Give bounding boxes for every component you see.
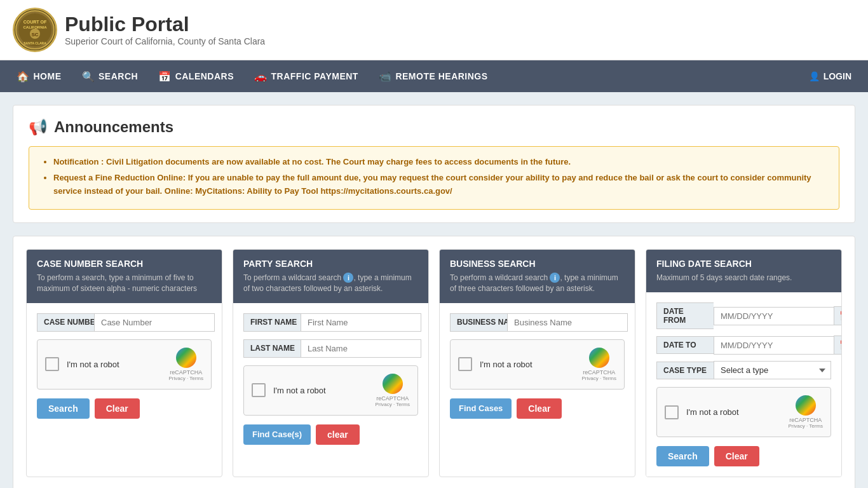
nav-home-label: HOME	[34, 71, 62, 81]
business-title: BUSINESS SEARCH	[450, 259, 625, 269]
case-number-input[interactable]	[94, 313, 215, 332]
search-sections: CASE NUMBER SEARCH To perform a search, …	[13, 236, 855, 488]
nav-traffic-label: TRAFFIC PAYMENT	[271, 71, 358, 81]
business-recaptcha: I'm not a robot reCAPTCHA Privacy · Term…	[450, 339, 625, 390]
recaptcha-icon-2	[383, 374, 403, 394]
main-nav: 🏠 HOME 🔍 SEARCH 📅 CALENDARS 🚗 TRAFFIC PA…	[0, 60, 868, 92]
business-clear-button[interactable]: Clear	[517, 398, 562, 419]
person-icon: 👤	[809, 71, 820, 81]
case-number-header: CASE NUMBER SEARCH To perform a search, …	[27, 250, 222, 303]
video-icon: 📹	[379, 71, 392, 83]
party-body: FIRST NAME LAST NAME I'm not a robot reC…	[233, 303, 428, 455]
first-name-input[interactable]	[301, 313, 421, 332]
business-body: BUSINESS NAME I'm not a robot reCAPTCHA …	[440, 303, 635, 429]
last-name-label: LAST NAME	[243, 339, 301, 358]
last-name-input[interactable]	[301, 339, 421, 358]
recaptcha-checkbox-3[interactable]	[458, 357, 472, 371]
case-type-label: CASE TYPE	[656, 362, 714, 379]
filing-date-recaptcha: I'm not a robot reCAPTCHA Privacy · Term…	[656, 387, 831, 437]
date-to-input[interactable]	[714, 336, 834, 355]
business-desc: To perform a wildcard search i, type a m…	[450, 273, 625, 294]
header: COURT OF CALIFORNIA SC SANTA CLARA Publi…	[0, 0, 868, 60]
recaptcha-icon-4	[796, 395, 816, 416]
case-number-title: CASE NUMBER SEARCH	[37, 259, 212, 269]
svg-text:SANTA CLARA: SANTA CLARA	[24, 41, 46, 45]
date-from-label: DATE FROM	[656, 302, 714, 329]
date-from-input[interactable]	[714, 307, 834, 325]
case-number-search-button[interactable]: Search	[37, 398, 90, 419]
first-name-input-row: FIRST NAME	[243, 313, 418, 332]
login-label: LOGIN	[824, 71, 851, 81]
recaptcha-logo-2: reCAPTCHA Privacy · Terms	[375, 374, 410, 407]
recaptcha-logo-3: reCAPTCHA Privacy · Terms	[581, 348, 616, 381]
announcement-item-1: Notification : Civil Litigation document…	[53, 156, 827, 169]
nav-calendars[interactable]: 📅 CALENDARS	[148, 60, 244, 92]
filing-date-title: FILING DATE SEARCH	[656, 259, 831, 269]
business-search-card: BUSINESS SEARCH To perform a wildcard se…	[439, 249, 635, 477]
announcements-list: Notification : Civil Litigation document…	[41, 156, 827, 198]
party-info-icon[interactable]: i	[343, 273, 353, 283]
court-logo: COURT OF CALIFORNIA SC SANTA CLARA	[13, 8, 57, 52]
first-name-label: FIRST NAME	[243, 313, 301, 332]
filing-date-clear-button[interactable]: Clear	[714, 446, 759, 466]
recaptcha-checkbox-1[interactable]	[45, 357, 59, 371]
filing-date-header: FILING DATE SEARCH Maximum of 5 days sea…	[646, 250, 841, 292]
main-content: 📢 Announcements Notification : Civil Lit…	[0, 92, 868, 488]
filing-date-search-button[interactable]: Search	[656, 446, 709, 466]
nav-login[interactable]: 👤 LOGIN	[799, 60, 862, 92]
date-to-row: DATE TO 📅	[656, 336, 831, 355]
recaptcha-text-1: I'm not a robot	[67, 360, 161, 369]
nav-traffic[interactable]: 🚗 TRAFFIC PAYMENT	[244, 60, 369, 92]
party-find-button[interactable]: Find Case(s)	[243, 424, 311, 445]
case-number-btn-row: Search Clear	[37, 398, 212, 419]
announcements-card: 📢 Announcements Notification : Civil Lit…	[13, 105, 855, 223]
business-name-input[interactable]	[507, 313, 628, 332]
business-find-button[interactable]: Find Cases	[450, 398, 512, 419]
recaptcha-text-3: I'm not a robot	[480, 360, 574, 369]
megaphone-icon: 📢	[29, 118, 48, 136]
date-to-calendar-button[interactable]: 📅	[834, 336, 842, 355]
logo-area: COURT OF CALIFORNIA SC SANTA CLARA Publi…	[13, 8, 265, 52]
nav-search[interactable]: 🔍 SEARCH	[72, 60, 149, 92]
date-from-calendar-button[interactable]: 📅	[834, 306, 842, 325]
calendar-icon: 📅	[158, 71, 172, 83]
recaptcha-checkbox-2[interactable]	[252, 383, 266, 397]
case-type-select[interactable]: Select a type	[714, 361, 831, 379]
business-name-label: BUSINESS NAME	[450, 313, 507, 332]
site-title: Public Portal	[65, 13, 265, 36]
recaptcha-icon-1	[176, 348, 196, 368]
case-number-search-card: CASE NUMBER SEARCH To perform a search, …	[26, 249, 222, 477]
filing-date-search-card: FILING DATE SEARCH Maximum of 5 days sea…	[646, 249, 842, 477]
party-btn-row: Find Case(s) clear	[243, 424, 418, 445]
svg-text:COURT OF: COURT OF	[24, 20, 47, 24]
home-icon: 🏠	[17, 71, 30, 83]
nav-calendars-label: CALENDARS	[175, 71, 234, 81]
case-number-recaptcha: I'm not a robot reCAPTCHA Privacy · Term…	[37, 339, 212, 390]
svg-text:SC: SC	[31, 32, 38, 37]
nav-home[interactable]: 🏠 HOME	[6, 60, 72, 92]
nav-remote[interactable]: 📹 REMOTE HEARINGS	[369, 60, 498, 92]
recaptcha-logo-4: reCAPTCHA Privacy · Terms	[788, 395, 823, 429]
filing-date-desc: Maximum of 5 days search date ranges.	[656, 273, 831, 283]
party-clear-button[interactable]: clear	[316, 424, 360, 445]
case-number-label: CASE NUMBER	[37, 313, 94, 332]
recaptcha-icon-3	[589, 348, 609, 368]
search-icon: 🔍	[82, 71, 95, 83]
party-desc: To perform a wildcard search i, type a m…	[243, 273, 418, 294]
car-icon: 🚗	[254, 71, 268, 83]
date-to-label: DATE TO	[656, 336, 714, 354]
business-info-icon[interactable]: i	[550, 273, 560, 283]
announcements-title-text: Announcements	[54, 118, 173, 136]
case-number-clear-button[interactable]: Clear	[95, 398, 140, 419]
case-type-row: CASE TYPE Select a type	[656, 361, 831, 379]
recaptcha-checkbox-4[interactable]	[665, 405, 679, 419]
date-from-row: DATE FROM 📅	[656, 302, 831, 329]
case-number-desc: To perform a search, type a minimum of f…	[37, 273, 212, 294]
party-title: PARTY SEARCH	[243, 259, 418, 269]
announcements-box: Notification : Civil Litigation document…	[29, 146, 839, 210]
last-name-input-row: LAST NAME	[243, 339, 418, 358]
nav-remote-label: REMOTE HEARINGS	[395, 71, 487, 81]
announcements-header: 📢 Announcements	[29, 118, 839, 136]
recaptcha-text-2: I'm not a robot	[273, 386, 367, 395]
filing-date-btn-row: Search Clear	[656, 446, 831, 466]
